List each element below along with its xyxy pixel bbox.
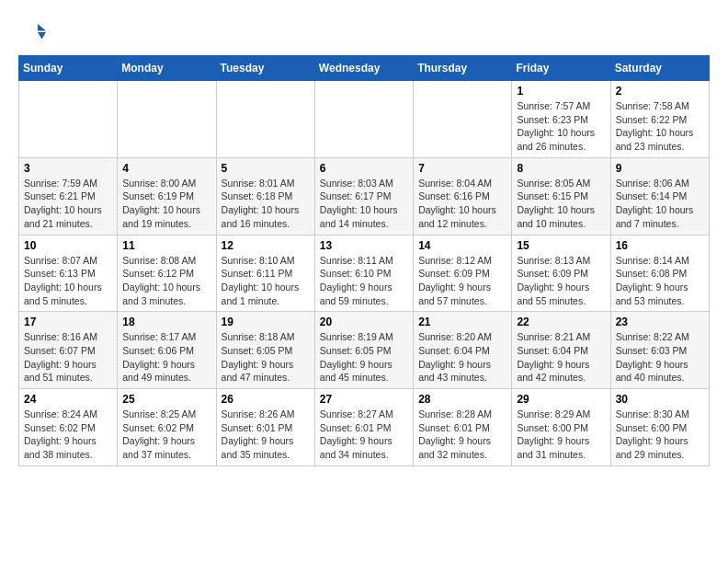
calendar-cell: 2Sunrise: 7:58 AMSunset: 6:22 PMDaylight… — [610, 81, 709, 158]
calendar-cell: 16Sunrise: 8:14 AMSunset: 6:08 PMDayligh… — [610, 235, 709, 312]
day-number: 16 — [616, 239, 704, 252]
calendar-week-row: 10Sunrise: 8:07 AMSunset: 6:13 PMDayligh… — [19, 235, 710, 312]
day-info: Sunrise: 8:22 AMSunset: 6:03 PMDaylight:… — [616, 330, 704, 385]
day-number: 14 — [418, 239, 506, 252]
svg-marker-1 — [38, 32, 46, 40]
calendar-cell: 21Sunrise: 8:20 AMSunset: 6:04 PMDayligh… — [414, 312, 512, 389]
svg-marker-0 — [38, 24, 46, 31]
day-number: 22 — [517, 316, 605, 328]
day-number: 9 — [616, 162, 704, 175]
day-info: Sunrise: 8:21 AMSunset: 6:04 PMDaylight:… — [517, 330, 605, 385]
day-info: Sunrise: 8:04 AMSunset: 6:16 PMDaylight:… — [418, 177, 506, 231]
weekday-header: Wednesday — [314, 56, 413, 81]
day-info: Sunrise: 8:25 AMSunset: 6:02 PMDaylight:… — [122, 408, 210, 462]
day-number: 12 — [222, 239, 310, 252]
calendar-week-row: 3Sunrise: 7:59 AMSunset: 6:21 PMDaylight… — [19, 157, 710, 235]
calendar-cell: 5Sunrise: 8:01 AMSunset: 6:18 PMDaylight… — [216, 157, 314, 235]
day-info: Sunrise: 8:11 AMSunset: 6:10 PMDaylight:… — [320, 254, 408, 308]
day-info: Sunrise: 8:28 AMSunset: 6:01 PMDaylight:… — [418, 408, 506, 462]
day-number: 18 — [122, 316, 210, 328]
calendar-cell: 4Sunrise: 8:00 AMSunset: 6:19 PMDaylight… — [118, 157, 216, 235]
calendar-cell: 12Sunrise: 8:10 AMSunset: 6:11 PMDayligh… — [216, 235, 314, 312]
calendar-cell: 25Sunrise: 8:25 AMSunset: 6:02 PMDayligh… — [118, 389, 216, 466]
calendar-cell: 9Sunrise: 8:06 AMSunset: 6:14 PMDaylight… — [610, 157, 709, 235]
day-number: 25 — [122, 393, 210, 406]
day-info: Sunrise: 8:12 AMSunset: 6:09 PMDaylight:… — [418, 254, 506, 308]
weekday-header: Saturday — [610, 56, 709, 81]
weekday-header: Friday — [512, 56, 610, 81]
calendar-cell: 7Sunrise: 8:04 AMSunset: 6:16 PMDaylight… — [414, 157, 512, 235]
day-number: 13 — [320, 239, 408, 252]
calendar-cell: 27Sunrise: 8:27 AMSunset: 6:01 PMDayligh… — [314, 389, 413, 466]
day-number: 8 — [517, 162, 605, 175]
calendar-cell — [216, 81, 314, 158]
day-info: Sunrise: 8:29 AMSunset: 6:00 PMDaylight:… — [517, 408, 605, 462]
calendar-cell: 19Sunrise: 8:18 AMSunset: 6:05 PMDayligh… — [216, 312, 314, 389]
day-number: 23 — [616, 316, 704, 328]
day-info: Sunrise: 8:06 AMSunset: 6:14 PMDaylight:… — [616, 177, 704, 231]
day-number: 19 — [222, 316, 310, 328]
day-info: Sunrise: 8:05 AMSunset: 6:15 PMDaylight:… — [517, 177, 605, 231]
day-info: Sunrise: 8:19 AMSunset: 6:05 PMDaylight:… — [320, 330, 408, 385]
day-info: Sunrise: 8:20 AMSunset: 6:04 PMDaylight:… — [418, 330, 506, 385]
weekday-header: Thursday — [414, 56, 512, 81]
logo — [18, 18, 50, 46]
calendar-cell: 20Sunrise: 8:19 AMSunset: 6:05 PMDayligh… — [314, 312, 413, 389]
day-info: Sunrise: 7:57 AMSunset: 6:23 PMDaylight:… — [517, 99, 605, 154]
day-number: 1 — [517, 85, 605, 98]
day-info: Sunrise: 8:00 AMSunset: 6:19 PMDaylight:… — [122, 177, 210, 231]
day-number: 10 — [24, 239, 112, 252]
calendar-cell: 24Sunrise: 8:24 AMSunset: 6:02 PMDayligh… — [19, 389, 118, 466]
calendar-cell: 22Sunrise: 8:21 AMSunset: 6:04 PMDayligh… — [512, 312, 610, 389]
day-info: Sunrise: 8:30 AMSunset: 6:00 PMDaylight:… — [616, 408, 704, 462]
day-number: 24 — [24, 393, 112, 406]
calendar-week-row: 1Sunrise: 7:57 AMSunset: 6:23 PMDaylight… — [19, 81, 710, 158]
day-info: Sunrise: 7:59 AMSunset: 6:21 PMDaylight:… — [24, 177, 112, 231]
calendar-table: SundayMondayTuesdayWednesdayThursdayFrid… — [18, 55, 710, 466]
day-info: Sunrise: 7:58 AMSunset: 6:22 PMDaylight:… — [616, 99, 704, 154]
day-number: 2 — [616, 85, 704, 98]
calendar-cell: 23Sunrise: 8:22 AMSunset: 6:03 PMDayligh… — [610, 312, 709, 389]
logo-icon — [18, 18, 46, 46]
weekday-header: Tuesday — [216, 56, 314, 81]
calendar-week-row: 24Sunrise: 8:24 AMSunset: 6:02 PMDayligh… — [19, 389, 710, 466]
day-info: Sunrise: 8:17 AMSunset: 6:06 PMDaylight:… — [122, 330, 210, 385]
day-info: Sunrise: 8:18 AMSunset: 6:05 PMDaylight:… — [222, 330, 310, 385]
calendar-cell: 14Sunrise: 8:12 AMSunset: 6:09 PMDayligh… — [414, 235, 512, 312]
calendar-cell — [314, 81, 413, 158]
calendar-cell: 28Sunrise: 8:28 AMSunset: 6:01 PMDayligh… — [414, 389, 512, 466]
calendar-cell: 3Sunrise: 7:59 AMSunset: 6:21 PMDaylight… — [19, 157, 118, 235]
day-info: Sunrise: 8:16 AMSunset: 6:07 PMDaylight:… — [24, 330, 112, 385]
day-info: Sunrise: 8:08 AMSunset: 6:12 PMDaylight:… — [122, 254, 210, 308]
day-number: 28 — [418, 393, 506, 406]
calendar-cell: 6Sunrise: 8:03 AMSunset: 6:17 PMDaylight… — [314, 157, 413, 235]
day-info: Sunrise: 8:13 AMSunset: 6:09 PMDaylight:… — [517, 254, 605, 308]
calendar-cell: 1Sunrise: 7:57 AMSunset: 6:23 PMDaylight… — [512, 81, 610, 158]
day-number: 27 — [320, 393, 408, 406]
calendar-cell: 30Sunrise: 8:30 AMSunset: 6:00 PMDayligh… — [610, 389, 709, 466]
day-number: 29 — [517, 393, 605, 406]
day-number: 15 — [517, 239, 605, 252]
calendar-cell: 15Sunrise: 8:13 AMSunset: 6:09 PMDayligh… — [512, 235, 610, 312]
day-number: 11 — [122, 239, 210, 252]
calendar-cell — [118, 81, 216, 158]
calendar-cell: 10Sunrise: 8:07 AMSunset: 6:13 PMDayligh… — [19, 235, 118, 312]
day-info: Sunrise: 8:07 AMSunset: 6:13 PMDaylight:… — [24, 254, 112, 308]
calendar-cell: 26Sunrise: 8:26 AMSunset: 6:01 PMDayligh… — [216, 389, 314, 466]
day-number: 4 — [122, 162, 210, 175]
day-number: 17 — [24, 316, 112, 328]
calendar-header-row: SundayMondayTuesdayWednesdayThursdayFrid… — [19, 56, 710, 81]
day-info: Sunrise: 8:03 AMSunset: 6:17 PMDaylight:… — [320, 177, 408, 231]
day-number: 30 — [616, 393, 704, 406]
calendar-cell — [414, 81, 512, 158]
calendar-cell: 13Sunrise: 8:11 AMSunset: 6:10 PMDayligh… — [314, 235, 413, 312]
day-info: Sunrise: 8:24 AMSunset: 6:02 PMDaylight:… — [24, 408, 112, 462]
day-info: Sunrise: 8:27 AMSunset: 6:01 PMDaylight:… — [320, 408, 408, 462]
calendar-cell: 17Sunrise: 8:16 AMSunset: 6:07 PMDayligh… — [19, 312, 118, 389]
day-number: 20 — [320, 316, 408, 328]
weekday-header: Sunday — [19, 56, 118, 81]
calendar-cell: 29Sunrise: 8:29 AMSunset: 6:00 PMDayligh… — [512, 389, 610, 466]
day-number: 6 — [320, 162, 408, 175]
calendar-cell: 11Sunrise: 8:08 AMSunset: 6:12 PMDayligh… — [118, 235, 216, 312]
page-header — [18, 18, 710, 46]
